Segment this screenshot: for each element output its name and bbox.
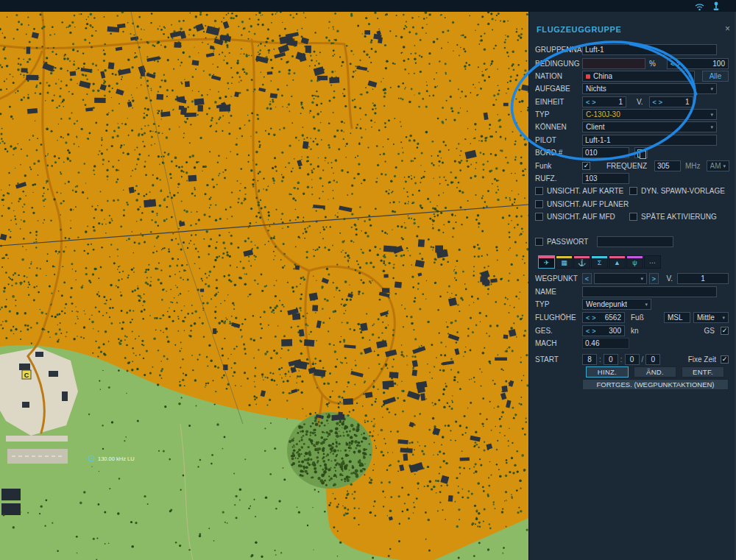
waypoint-name-input[interactable] xyxy=(582,286,717,297)
hidden-on-mfd-checkbox[interactable]: ✓ xyxy=(535,213,543,221)
next-waypoint-button[interactable]: > xyxy=(649,273,659,284)
decrement-icon[interactable]: < xyxy=(586,327,590,335)
increment-icon[interactable]: > xyxy=(592,314,595,322)
dynamic-spawn-checkbox[interactable]: ✓ xyxy=(629,187,637,195)
waypoint-number-input[interactable] xyxy=(677,273,729,284)
separator: : xyxy=(599,355,601,364)
altitude-reference-dropdown[interactable]: MSL xyxy=(664,312,690,323)
nation-label: NATION xyxy=(535,72,582,80)
decrement-icon[interactable]: < xyxy=(586,314,590,322)
airfield-marker[interactable]: C xyxy=(22,370,31,379)
radio-checkbox[interactable]: ✓ xyxy=(582,162,590,170)
pilot-input[interactable] xyxy=(582,135,717,146)
separator: / xyxy=(642,355,644,364)
more-tab[interactable]: ⋯ xyxy=(644,255,661,269)
increment-icon[interactable]: > xyxy=(659,99,662,106)
radio-icon: ψ xyxy=(632,258,637,268)
triggers-icon: ▲ xyxy=(614,258,620,268)
password-checkbox[interactable]: ✓ xyxy=(535,238,543,246)
summary-tab[interactable]: Σ xyxy=(591,255,608,269)
marker-label: C xyxy=(24,372,29,379)
decrement-icon[interactable]: < xyxy=(670,60,674,68)
prev-waypoint-button[interactable]: < xyxy=(582,273,592,284)
aircraft-group-panel: FLUGZEUGGRUPPE × GRUPPENNAM BEDINGUNG % … xyxy=(528,12,736,560)
group-name-label: GRUPPENNAM xyxy=(535,46,582,54)
condition-input[interactable] xyxy=(582,58,645,69)
chevron-down-icon: ▾ xyxy=(686,74,691,79)
loadout-icon: ▦ xyxy=(561,258,567,268)
start-minutes-input[interactable] xyxy=(604,354,618,365)
group-name-input[interactable] xyxy=(582,44,717,55)
unit-of-value: 1 xyxy=(665,98,689,106)
frequency-input[interactable] xyxy=(654,160,681,171)
altitude-label: FLUGHÖHE xyxy=(535,313,582,322)
task-label: AUFGABE xyxy=(535,85,582,93)
increment-icon[interactable]: > xyxy=(676,60,680,68)
hidden-on-planner-checkbox[interactable]: ✓ xyxy=(535,200,543,208)
joystick-icon[interactable] xyxy=(712,1,720,11)
frequency-label: FREQUENZ xyxy=(606,162,647,170)
altitude-reference-value: MSL xyxy=(668,313,683,322)
chevron-down-icon: ▾ xyxy=(643,302,648,308)
close-icon[interactable]: × xyxy=(725,24,730,34)
waypoint-label: WEGPUNKT xyxy=(535,274,582,283)
chevron-down-icon: ▾ xyxy=(708,86,713,92)
mach-input[interactable] xyxy=(582,338,629,349)
password-input[interactable] xyxy=(597,236,673,247)
callsign-input[interactable] xyxy=(582,173,629,184)
waypoint-toolbar: ✈▦⚓Σ▲ψ⋯ xyxy=(538,255,661,269)
altitude-spinner[interactable]: < > 6562 xyxy=(582,312,625,323)
increment-icon[interactable]: > xyxy=(592,99,595,106)
altitude-mode-value: Mittle xyxy=(697,313,715,322)
radio-tab[interactable]: ψ xyxy=(626,255,643,269)
waypoint-type-label: TYP xyxy=(535,300,582,308)
hidden-on-map-checkbox[interactable]: ✓ xyxy=(535,187,543,195)
condition-label: BEDINGUNG xyxy=(535,60,582,68)
altitude-mode-dropdown[interactable]: Mittle ▾ xyxy=(693,312,729,323)
remove-waypoint-button[interactable]: ENTF. xyxy=(682,366,724,378)
condition-probability-spinner[interactable]: < > 100 xyxy=(667,58,729,69)
aircraft-systems-tab[interactable]: ⚓ xyxy=(573,255,590,269)
skill-label: KÖNNEN xyxy=(535,123,582,131)
separator: : xyxy=(620,355,623,364)
board-number-label: BORD # xyxy=(535,149,582,157)
all-nations-button[interactable]: Alle xyxy=(702,71,729,82)
late-activation-checkbox[interactable]: ✓ xyxy=(629,213,637,221)
advanced-waypoint-actions-button[interactable]: FORTGES. (WEGPUNKTAKTIONEN) xyxy=(582,379,729,390)
start-seconds-input[interactable] xyxy=(625,354,640,365)
beacon-frequency: 130.00 kHz LU xyxy=(98,456,135,462)
map-view[interactable]: C 130.00 kHz LU xyxy=(0,12,528,560)
aircraft-systems-icon: ⚓ xyxy=(578,258,586,268)
add-waypoint-button[interactable]: HINZ. xyxy=(586,366,629,378)
paste-icon[interactable] xyxy=(634,147,648,158)
ground-speed-label: GS xyxy=(704,327,715,335)
wifi-icon[interactable] xyxy=(694,1,705,11)
aircraft-type-dropdown[interactable]: C-130J-30 ▾ xyxy=(582,109,717,120)
decrement-icon[interactable]: < xyxy=(586,99,590,106)
change-waypoint-button[interactable]: ÄND. xyxy=(634,366,676,378)
chevron-down-icon: ▾ xyxy=(720,315,725,321)
board-number-input[interactable] xyxy=(582,147,629,158)
mhz-label: MHz xyxy=(685,162,701,170)
waypoint-type-dropdown[interactable]: Wendepunkt ▾ xyxy=(582,299,651,310)
unit-count-spinner[interactable]: < > 1 xyxy=(582,96,626,107)
loadout-tab[interactable]: ▦ xyxy=(556,255,573,269)
speed-unit-label: kn xyxy=(631,327,639,335)
triggers-tab[interactable]: ▲ xyxy=(609,255,626,269)
fixed-time-checkbox[interactable]: ✓ xyxy=(721,355,729,364)
decrement-icon[interactable]: < xyxy=(653,99,657,106)
unit-of-spinner[interactable]: < > 1 xyxy=(649,96,693,107)
route-icon: ✈ xyxy=(544,258,550,268)
modulation-dropdown[interactable]: AM ▾ xyxy=(707,160,730,171)
task-dropdown[interactable]: Nichts ▾ xyxy=(582,83,717,94)
hidden-on-mfd-label: UNSICHT. AUF MFD xyxy=(547,213,615,221)
route-tab[interactable]: ✈ xyxy=(538,255,555,269)
increment-icon[interactable]: > xyxy=(592,327,595,335)
start-hours-input[interactable] xyxy=(582,354,597,365)
speed-spinner[interactable]: < > 300 xyxy=(582,325,625,336)
skill-dropdown[interactable]: Client ▾ xyxy=(582,121,717,132)
start-day-input[interactable] xyxy=(645,354,660,365)
nation-dropdown[interactable]: China ▾ xyxy=(582,71,695,82)
waypoint-selector-dropdown[interactable]: ▾ xyxy=(594,273,647,284)
ground-speed-checkbox[interactable]: ✓ xyxy=(721,327,729,335)
